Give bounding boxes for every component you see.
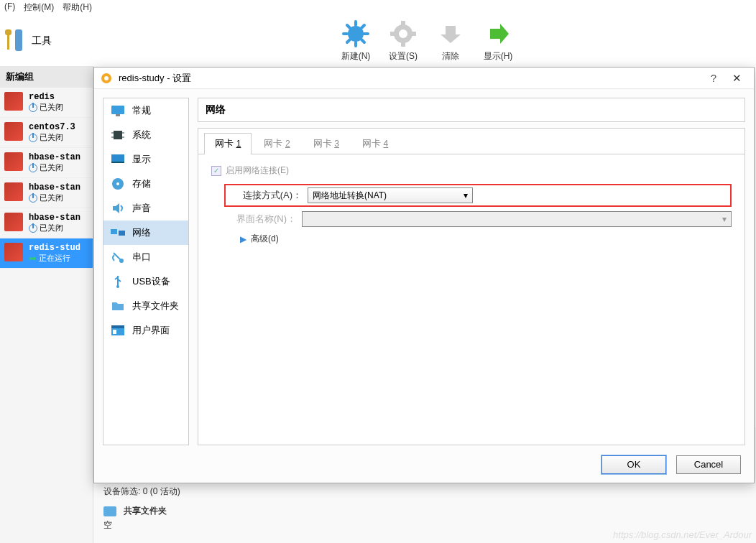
- settings-dialog: redis-study - 设置 ? ✕ 常规 系统 显示 存储 声音 网络: [93, 67, 755, 483]
- vm-item-4[interactable]: hbase-stan 已关闭: [0, 208, 93, 238]
- tab-adapter-1[interactable]: 网卡 1: [204, 133, 252, 154]
- advanced-expander[interactable]: ▶ 高级(d): [240, 233, 732, 245]
- svg-rect-21: [116, 114, 120, 116]
- triangle-right-icon: ▶: [240, 234, 246, 244]
- vm-item-5[interactable]: redis-stud ➡ 正在运行: [0, 238, 93, 269]
- vm-name: hbase-stan: [29, 213, 80, 223]
- dialog-close-button[interactable]: ✕: [725, 72, 748, 85]
- clear-button[interactable]: 清除: [429, 19, 472, 62]
- new-button[interactable]: 新建(N): [334, 19, 377, 62]
- svg-rect-1: [5, 29, 11, 35]
- dialog-titlebar: redis-study - 设置 ? ✕: [94, 68, 754, 89]
- svg-line-10: [361, 25, 364, 28]
- vm-item-1[interactable]: centos7.3 已关闭: [0, 118, 93, 148]
- vm-item-0[interactable]: redis 已关闭: [0, 88, 93, 118]
- vm-item-3[interactable]: hbase-stan 已关闭: [0, 178, 93, 208]
- power-off-icon: [29, 194, 37, 203]
- usb-filter-text: 设备筛选: 0 (0 活动): [103, 486, 180, 498]
- menubar: (F) 控制(M) 帮助(H): [0, 0, 756, 16]
- settings-dialog-icon: [100, 72, 113, 85]
- svg-line-9: [361, 40, 364, 42]
- svg-rect-28: [111, 162, 124, 163]
- show-button[interactable]: 显示(H): [476, 19, 520, 62]
- arrow-down-icon: [436, 19, 465, 48]
- vm-thumbnail: [4, 243, 23, 261]
- category-network[interactable]: 网络: [103, 221, 188, 245]
- sound-icon: [111, 203, 125, 214]
- svg-line-11: [347, 40, 350, 42]
- vm-name: redis-stud: [29, 243, 80, 253]
- svg-rect-32: [119, 231, 125, 236]
- power-off-icon: [29, 103, 37, 112]
- svg-rect-16: [390, 32, 396, 36]
- sidebar-group-header[interactable]: 新编组: [0, 66, 93, 88]
- settings-button[interactable]: 设置(S): [382, 19, 425, 62]
- vm-item-2[interactable]: hbase-stan 已关闭: [0, 148, 93, 178]
- enable-network-checkbox[interactable]: ✓ 启用网络连接(E): [211, 164, 732, 177]
- power-off-icon: [29, 164, 37, 172]
- category-ui[interactable]: 用户界面: [103, 318, 188, 343]
- highlight-connection-mode: 连接方式(A)： 网络地址转换(NAT) ▾: [224, 184, 732, 207]
- connection-mode-dropdown[interactable]: 网络地址转换(NAT) ▾: [308, 187, 473, 203]
- folder-icon: [103, 506, 116, 516]
- tools-icon: [4, 27, 26, 55]
- display-icon: [111, 154, 125, 165]
- dialog-title: redis-study - 设置: [119, 72, 702, 85]
- tab-adapter-2[interactable]: 网卡 2: [253, 133, 300, 154]
- network-icon: [111, 227, 125, 238]
- shared-empty: 空: [103, 519, 112, 532]
- watermark: https://blog.csdn.net/Ever_Ardour: [613, 529, 752, 540]
- svg-rect-14: [401, 21, 405, 27]
- svg-rect-22: [114, 131, 122, 139]
- category-display[interactable]: 显示: [103, 147, 188, 172]
- svg-rect-17: [410, 32, 416, 36]
- tab-adapter-4[interactable]: 网卡 4: [351, 133, 399, 154]
- storage-icon: [111, 178, 125, 190]
- category-usb[interactable]: USB设备: [103, 269, 188, 294]
- vm-status: 已关闭: [29, 162, 80, 173]
- category-monitor[interactable]: 常规: [103, 98, 188, 123]
- running-icon: ➡: [29, 253, 37, 264]
- ok-button[interactable]: OK: [601, 455, 666, 474]
- menu-help[interactable]: 帮助(H): [63, 1, 92, 14]
- vm-thumbnail: [4, 152, 23, 171]
- tab-adapter-3[interactable]: 网卡 3: [303, 133, 350, 154]
- vm-name: redis: [29, 92, 63, 102]
- cancel-button[interactable]: Cancel: [676, 455, 741, 474]
- vm-thumbnail: [4, 213, 23, 231]
- category-sound[interactable]: 声音: [103, 196, 188, 221]
- menu-file[interactable]: (F): [4, 1, 15, 14]
- menu-control[interactable]: 控制(M): [24, 1, 54, 14]
- chevron-down-icon: ▾: [464, 190, 468, 200]
- svg-rect-31: [111, 229, 117, 234]
- monitor-icon: [111, 105, 125, 116]
- vm-thumbnail: [4, 92, 23, 111]
- svg-line-8: [347, 25, 350, 28]
- svg-point-13: [399, 29, 407, 38]
- svg-rect-2: [15, 29, 22, 51]
- checkmark-icon: ✓: [211, 166, 221, 176]
- shared-folders-label: 共享文件夹: [124, 505, 167, 517]
- interface-name-dropdown: ▾: [302, 211, 732, 227]
- category-chip[interactable]: 系统: [103, 123, 188, 147]
- gear-icon: [389, 19, 418, 48]
- svg-point-33: [119, 259, 124, 263]
- svg-rect-20: [111, 106, 124, 114]
- category-storage[interactable]: 存储: [103, 172, 188, 196]
- usb-icon: [111, 276, 125, 287]
- settings-category-list: 常规 系统 显示 存储 声音 网络 串口 USB设备 共享文件夹: [103, 98, 189, 445]
- folder-icon: [111, 300, 125, 312]
- category-folder[interactable]: 共享文件夹: [103, 294, 188, 318]
- dialog-help-button[interactable]: ?: [702, 72, 725, 84]
- svg-rect-15: [401, 41, 405, 47]
- vm-status: 已关闭: [29, 132, 75, 143]
- arrow-right-icon: [484, 19, 512, 48]
- vm-name: hbase-stan: [29, 152, 80, 162]
- category-serial[interactable]: 串口: [103, 245, 188, 269]
- chip-icon: [111, 129, 125, 141]
- connection-mode-label: 连接方式(A)：: [230, 189, 302, 202]
- vm-thumbnail: [4, 122, 23, 141]
- vm-name: centos7.3: [29, 122, 75, 132]
- power-off-icon: [29, 134, 37, 142]
- svg-point-30: [116, 182, 119, 185]
